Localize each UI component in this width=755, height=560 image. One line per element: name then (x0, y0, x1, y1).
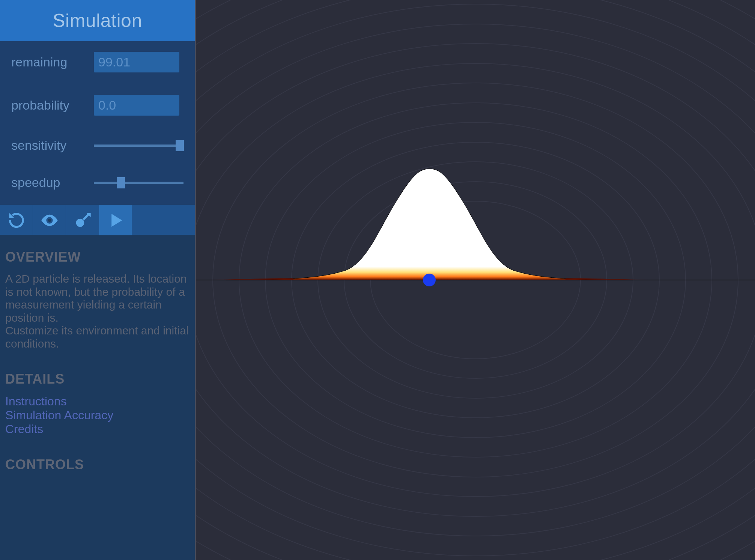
app-title: Simulation (0, 0, 195, 41)
view-button[interactable] (33, 205, 66, 235)
remaining-value[interactable]: 99.01 (94, 52, 179, 72)
toolbar (0, 205, 195, 235)
svg-point-0 (48, 219, 51, 222)
wave-visualization (196, 0, 755, 560)
reset-button[interactable] (0, 205, 33, 235)
control-speedup: speedup (11, 175, 183, 190)
particle-button[interactable] (66, 205, 99, 235)
link-instructions[interactable]: Instructions (5, 394, 190, 408)
control-sensitivity: sensitivity (11, 138, 183, 153)
speedup-label: speedup (11, 175, 94, 190)
remaining-label: remaining (11, 55, 94, 69)
controls-heading: CONTROLS (5, 457, 190, 473)
control-remaining: remaining 99.01 (11, 52, 183, 72)
play-icon (106, 211, 125, 230)
sensitivity-thumb[interactable] (176, 140, 184, 151)
simulation-canvas[interactable] (196, 0, 755, 560)
particle-dot[interactable] (423, 274, 436, 286)
eye-icon (40, 211, 59, 230)
sidebar: Simulation remaining 99.01 probability 0… (0, 0, 196, 560)
details-heading: DETAILS (5, 371, 190, 387)
probability-value[interactable]: 0.0 (94, 95, 179, 116)
svg-point-1 (76, 219, 84, 227)
overview-text: A 2D particle is released. Its location … (5, 272, 190, 350)
speedup-slider[interactable] (94, 179, 183, 187)
sensitivity-label: sensitivity (11, 138, 94, 153)
link-accuracy[interactable]: Simulation Accuracy (5, 408, 190, 422)
particle-icon (73, 211, 92, 230)
play-button[interactable] (99, 205, 132, 235)
link-credits[interactable]: Credits (5, 422, 190, 436)
info-panel: OVERVIEW A 2D particle is released. Its … (0, 235, 195, 560)
speedup-thumb[interactable] (117, 177, 125, 188)
reset-icon (7, 211, 26, 230)
overview-heading: OVERVIEW (5, 249, 190, 265)
probability-label: probability (11, 98, 94, 113)
sensitivity-slider[interactable] (94, 142, 183, 149)
controls-panel: remaining 99.01 probability 0.0 sensitiv… (0, 41, 195, 205)
control-probability: probability 0.0 (11, 95, 183, 116)
